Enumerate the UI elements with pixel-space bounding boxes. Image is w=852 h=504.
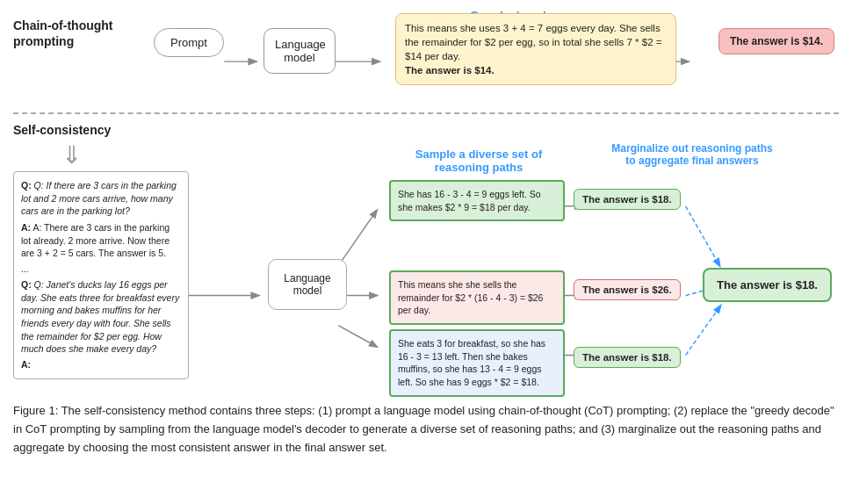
svg-line-6: [338, 326, 377, 347]
answer-box-3: The answer is $18.: [574, 347, 681, 368]
answer-top: The answer is $14.: [718, 28, 834, 54]
answer-box-2: The answer is $26.: [574, 279, 681, 300]
sample-box-3: She eats 3 for breakfast, so she has 16 …: [389, 329, 565, 397]
answer-box-1: The answer is $18.: [574, 189, 681, 210]
sc-label: Self-consistency: [13, 123, 111, 137]
divider: [13, 112, 839, 114]
cot-label: Chain-of-thought prompting: [13, 18, 127, 49]
svg-line-10: [686, 206, 720, 266]
svg-line-4: [338, 211, 377, 266]
down-arrow-icon: ⇓: [61, 140, 82, 169]
sample-box-1: She has 16 - 3 - 4 = 9 eggs left. So she…: [389, 180, 565, 221]
sample-label: Sample a diverse set of reasoning paths: [391, 148, 567, 174]
prompt-box: Prompt: [154, 28, 224, 57]
final-answer-box: The answer is $18.: [703, 268, 832, 302]
caption: Figure 1: The self-consistency method co…: [13, 402, 839, 457]
greedy-text: This means she uses 3 + 4 = 7 eggs every…: [405, 23, 661, 76]
prompt-text-box: Q: Q: If there are 3 cars in the parking…: [13, 171, 189, 379]
lang-model-bottom: Language model: [268, 259, 347, 310]
marginalize-label: Marginalize out reasoning paths to aggre…: [600, 142, 784, 167]
sample-box-2: This means she she sells the remainder f…: [389, 270, 565, 325]
greedy-box: This means she uses 3 + 4 = 7 eggs every…: [395, 13, 676, 85]
lang-model-top: Language model: [264, 28, 336, 74]
svg-line-12: [686, 306, 721, 355]
